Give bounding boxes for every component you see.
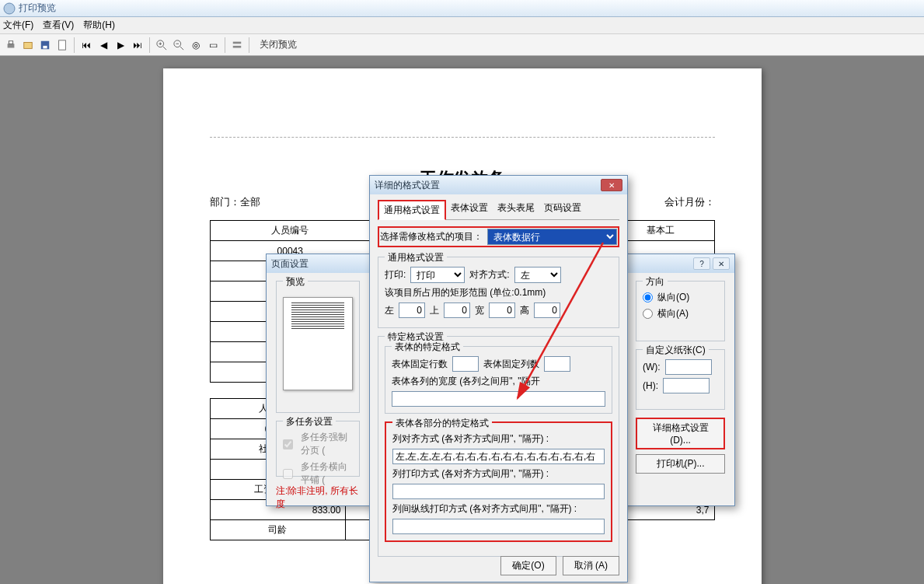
horiz-tile-checkbox[interactable] [283, 469, 293, 479]
main-titlebar: 打印预览 [0, 0, 924, 17]
toolbar: ⏮ ◀ ▶ ⏭ ◎ ▭ 关闭预览 [0, 34, 924, 56]
detail-format-dialog: 详细的格式设置 ✕ 通用格式设置 表体设置 表头表尾 页码设置 选择需修改格式的… [369, 175, 628, 582]
dept-value: 全部 [240, 196, 260, 208]
svg-rect-1 [8, 44, 15, 47]
svg-rect-10 [233, 45, 242, 47]
menu-view[interactable]: 查看(V) [43, 19, 74, 32]
tab-body[interactable]: 表体设置 [446, 199, 493, 219]
svg-rect-5 [43, 45, 47, 48]
tab-page-number[interactable]: 页码设置 [539, 199, 586, 219]
rect-top-input[interactable] [444, 302, 470, 318]
force-page-break-checkbox[interactable] [283, 439, 293, 449]
col-width-label: 表体各列的宽度 (各列之间用", "隔开 [392, 375, 605, 388]
paper-width-input[interactable] [665, 359, 712, 375]
col-print-input[interactable] [392, 484, 605, 499]
preview-label: 预览 [283, 275, 308, 289]
dept-label: 部门： [210, 196, 240, 208]
toolbar-separator [74, 37, 75, 53]
col-align-label: 列对齐方式 (各对齐方式间用", "隔开) : [392, 432, 605, 446]
open-icon[interactable] [20, 37, 36, 53]
common-format-label: 通用格式设置 [385, 251, 447, 264]
rect-height-input[interactable] [534, 302, 560, 318]
preview-thumbnail [283, 297, 353, 390]
vline-label: 列间纵线打印方式 (各对齐方式间用", "隔开) : [392, 502, 605, 516]
svg-point-0 [4, 3, 15, 14]
last-page-icon[interactable]: ⏭ [130, 37, 145, 53]
select-item-dropdown[interactable]: 表体数据行 [487, 229, 617, 245]
close-preview-button[interactable]: 关闭预览 [260, 38, 297, 51]
multitask-label: 多任务设置 [283, 415, 336, 428]
zoom-out-icon[interactable] [171, 37, 187, 53]
print-icon[interactable] [3, 37, 19, 53]
tab-header-footer[interactable]: 表头表尾 [493, 199, 539, 219]
svg-rect-3 [24, 42, 33, 48]
close-button[interactable]: ✕ [713, 257, 730, 270]
app-icon [3, 2, 16, 15]
rect-width-input[interactable] [489, 302, 515, 318]
rect-left-input[interactable] [399, 302, 425, 318]
col-align-input[interactable] [392, 449, 605, 464]
zoom-page-icon[interactable]: ▭ [205, 37, 221, 53]
landscape-radio[interactable] [643, 309, 653, 319]
window-title: 打印预览 [19, 2, 56, 15]
menu-file[interactable]: 文件(F) [3, 19, 33, 32]
toolbar-separator [225, 37, 225, 53]
menu-help[interactable]: 帮助(H) [83, 19, 115, 32]
printer-button[interactable]: 打印机(P)... [636, 454, 725, 474]
vline-input[interactable] [392, 519, 605, 534]
align-select[interactable]: 左 [514, 267, 561, 283]
toolbar-separator [249, 37, 249, 53]
cancel-button[interactable]: 取消 (A) [563, 556, 619, 575]
print-select[interactable]: 打印 [410, 267, 465, 283]
col-print-label: 列打印方式 (各对齐方式间用", "隔开) : [392, 467, 605, 481]
ok-button[interactable]: 确定(O) [500, 556, 556, 575]
save-icon[interactable] [37, 37, 53, 53]
prev-page-icon[interactable]: ◀ [96, 37, 111, 53]
portrait-radio[interactable] [643, 292, 653, 302]
tab-general[interactable]: 通用格式设置 [378, 200, 446, 220]
tab-row: 通用格式设置 表体设置 表头表尾 页码设置 [378, 199, 619, 220]
first-page-icon[interactable]: ⏮ [78, 37, 94, 53]
page-dashline [210, 137, 715, 138]
toolbar-separator [149, 37, 150, 53]
col-width-input[interactable] [392, 391, 605, 407]
svg-rect-6 [59, 40, 66, 49]
zoom-fit-icon[interactable]: ◎ [188, 37, 204, 53]
period-label: 会计月份： [664, 195, 715, 209]
menubar: 文件(F) 查看(V) 帮助(H) [0, 17, 924, 34]
paper-height-input[interactable] [663, 378, 710, 393]
svg-rect-2 [9, 40, 12, 44]
next-page-icon[interactable]: ▶ [113, 37, 128, 53]
select-item-label: 选择需修改格式的项目： [380, 230, 483, 243]
direction-label: 方向 [643, 275, 668, 289]
settings-icon[interactable] [229, 37, 245, 53]
detail-titlebar[interactable]: 详细的格式设置 ✕ [370, 176, 627, 194]
close-icon[interactable]: ✕ [601, 179, 622, 191]
note-text: 注:除非注明, 所有长度 [276, 484, 360, 511]
zoom-in-icon[interactable] [154, 37, 169, 53]
detail-format-button[interactable]: 详细格式设置(D)... [636, 418, 725, 449]
body-special-label: 表体的特定格式 [392, 341, 463, 354]
custom-paper-label: 自定义纸张(C) [643, 344, 709, 357]
svg-rect-9 [233, 41, 242, 44]
fixed-cols-input[interactable] [544, 356, 570, 372]
body-parts-label: 表体各部分的特定格式 [392, 417, 492, 430]
help-button[interactable]: ? [693, 257, 710, 270]
fixed-rows-input[interactable] [452, 356, 479, 372]
page-icon[interactable] [54, 37, 70, 53]
rect-label: 该项目所占用的矩形范围 (单位:0.1mm) [385, 286, 612, 299]
